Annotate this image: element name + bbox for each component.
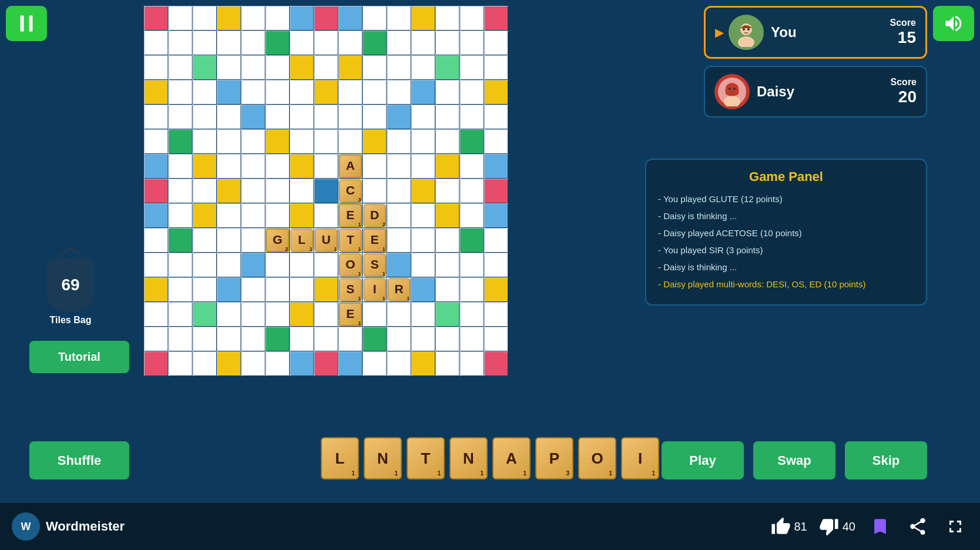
bottom-actions: 81 40 — [771, 514, 969, 539]
dislike-count: 40 — [843, 520, 855, 534]
score-label-daisy: Score — [891, 77, 917, 88]
game-log-entry: - Daisy played multi-words: DESI, OS, ED… — [658, 278, 914, 290]
dislike-button[interactable]: 40 — [819, 517, 855, 536]
logo: W Wordmeister — [12, 512, 125, 541]
hand-tile-5[interactable]: P3 — [535, 437, 573, 479]
logo-text: Wordmeister — [46, 519, 125, 534]
svg-point-6 — [743, 28, 745, 31]
game-log: - You played GLUTE (12 points)- Daisy is… — [658, 193, 914, 290]
tiles-bag: 69 Tiles Bag — [47, 259, 94, 326]
play-button[interactable]: Play — [662, 441, 744, 479]
like-count: 81 — [794, 520, 807, 534]
logo-icon: W — [12, 512, 40, 541]
player-panels: ▶ You Score 15 — [704, 6, 927, 125]
shuffle-button[interactable]: Shuffle — [29, 441, 129, 479]
bag-count: 69 — [61, 276, 79, 294]
bag-handle — [59, 248, 82, 261]
score-block-you: Score 15 — [890, 18, 916, 47]
swap-button[interactable]: Swap — [753, 441, 835, 479]
hand-tile-2[interactable]: T1 — [407, 437, 445, 479]
bag-icon: 69 — [47, 259, 94, 311]
bookmark-button[interactable] — [867, 514, 893, 539]
hand-tile-6[interactable]: O1 — [578, 437, 616, 479]
score-block-daisy: Score 20 — [891, 77, 917, 106]
hand-tile-1[interactable]: N1 — [364, 437, 402, 479]
hand-tiles: L1N1T1N1A1P3O1I1 — [321, 437, 659, 479]
game-log-entry: - Daisy is thinking ... — [658, 261, 914, 273]
game-panel: Game Panel - You played GLUTE (12 points… — [645, 159, 927, 306]
player-panel-daisy: Daisy Score 20 — [704, 66, 927, 118]
avatar-you — [729, 15, 764, 50]
player-name-daisy: Daisy — [757, 83, 891, 100]
fullscreen-button[interactable] — [942, 514, 968, 539]
game-panel-title: Game Panel — [658, 169, 914, 185]
svg-rect-0 — [21, 16, 24, 32]
turn-arrow-you: ▶ — [715, 25, 724, 39]
action-buttons: Play Swap Skip — [662, 441, 927, 479]
share-button[interactable] — [905, 514, 931, 539]
player-name-you: You — [771, 24, 890, 41]
skip-button[interactable]: Skip — [845, 441, 927, 479]
hand-tile-0[interactable]: L1 — [321, 437, 359, 479]
game-log-entry: - You played GLUTE (12 points) — [658, 193, 914, 205]
hand-tile-4[interactable]: A1 — [492, 437, 531, 479]
svg-point-7 — [747, 28, 750, 31]
score-value-you: 15 — [890, 28, 916, 47]
hand-tile-7[interactable]: I1 — [621, 437, 659, 479]
tutorial-button[interactable]: Tutorial — [29, 341, 129, 373]
hand-tile-3[interactable]: N1 — [449, 437, 488, 479]
svg-rect-1 — [29, 16, 33, 32]
player-panel-you: ▶ You Score 15 — [704, 6, 927, 59]
game-board — [144, 6, 508, 378]
score-label-you: Score — [890, 18, 916, 28]
avatar-daisy — [714, 74, 750, 109]
bag-label: Tiles Bag — [47, 315, 94, 326]
pause-button[interactable] — [6, 6, 47, 41]
bottom-bar: W Wordmeister 81 40 — [0, 503, 980, 550]
game-log-entry: - You played SIR (3 points) — [658, 244, 914, 256]
svg-point-11 — [729, 88, 731, 90]
like-button[interactable]: 81 — [771, 517, 807, 536]
game-log-entry: - Daisy played ACETOSE (10 points) — [658, 227, 914, 239]
game-log-entry: - Daisy is thinking ... — [658, 210, 914, 222]
svg-point-12 — [733, 88, 736, 90]
sound-button[interactable] — [933, 6, 974, 41]
score-value-daisy: 20 — [891, 88, 917, 106]
